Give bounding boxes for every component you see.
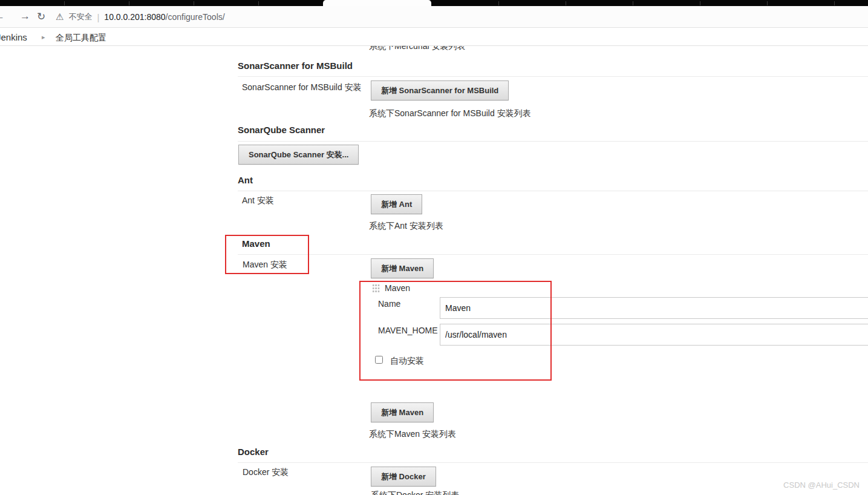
tab-separator <box>258 1 259 5</box>
msbuild-list-text: 系统下SonarScanner for MSBuild 安装列表 <box>369 108 531 119</box>
tab-separator <box>194 1 194 5</box>
section-divider <box>238 141 868 142</box>
breadcrumb: Jenkins ▸ 全局工具配置 <box>0 28 868 46</box>
add-maven-button-top[interactable]: 新增 Maven <box>371 258 434 278</box>
watermark: CSDN @AHui_CSDN <box>783 480 860 490</box>
refresh-icon[interactable]: ↻ <box>37 10 45 23</box>
security-warning-icon[interactable]: ⚠ <box>56 11 64 22</box>
add-msbuild-button[interactable]: 新增 SonarScanner for MSBuild <box>371 80 509 100</box>
tab-separator <box>64 1 65 5</box>
add-docker-button[interactable]: 新增 Docker <box>371 467 436 487</box>
docker-install-label: Docker 安装 <box>243 467 289 478</box>
tab-separator <box>566 1 566 5</box>
breadcrumb-current-page: 全局工具配置 <box>56 33 106 44</box>
url-host: 10.0.0.201:8080 <box>104 12 165 22</box>
auto-install-label: 自动安装 <box>390 356 424 367</box>
maven-name-input[interactable] <box>440 297 868 319</box>
add-maven-button-bottom[interactable]: 新增 Maven <box>371 402 434 422</box>
section-divider <box>238 254 868 255</box>
tab-separator <box>633 1 633 5</box>
drag-handle-icon[interactable] <box>372 284 380 293</box>
docker-list-text: 系统下Docker 安装列表 <box>371 490 459 495</box>
section-divider <box>238 76 868 77</box>
tab-separator <box>498 1 499 5</box>
url-text[interactable]: 10.0.0.201:8080/configureTools/ <box>104 11 224 22</box>
auto-install-checkbox[interactable] <box>375 356 383 364</box>
active-browser-tab[interactable] <box>323 0 431 6</box>
maven-item-title: Maven <box>385 283 410 293</box>
tab-separator <box>767 1 768 5</box>
ant-install-label: Ant 安装 <box>242 195 274 206</box>
sonarqube-install-button[interactable]: SonarQube Scanner 安装... <box>238 145 359 165</box>
back-icon[interactable]: ← <box>0 10 5 22</box>
add-ant-button[interactable]: 新增 Ant <box>371 194 422 214</box>
url-divider: | <box>97 12 99 22</box>
maven-install-label: Maven 安装 <box>243 260 287 270</box>
section-title-ant: Ant <box>238 175 253 185</box>
section-title-docker: Docker <box>238 447 269 457</box>
breadcrumb-jenkins-link[interactable]: Jenkins <box>0 32 27 42</box>
browser-tab-strip <box>0 0 868 6</box>
maven-list-text: 系统下Maven 安装列表 <box>369 429 456 440</box>
section-title-sonarqube: SonarQube Scanner <box>238 125 325 135</box>
section-divider <box>238 462 868 463</box>
maven-home-label: MAVEN_HOME <box>378 326 438 335</box>
forward-icon[interactable]: → <box>20 10 30 22</box>
section-divider <box>238 191 868 191</box>
breadcrumb-arrow-icon: ▸ <box>42 33 45 41</box>
maven-name-label: Name <box>378 299 400 309</box>
section-title-msbuild: SonarScanner for MSBuild <box>238 61 353 71</box>
ant-list-text: 系统下Ant 安装列表 <box>369 221 443 232</box>
tab-separator <box>834 1 835 5</box>
tab-separator <box>129 1 129 5</box>
section-title-maven: Maven <box>242 238 270 249</box>
maven-home-input[interactable] <box>440 324 868 346</box>
tab-separator <box>700 1 700 5</box>
msbuild-install-label: SonarScanner for MSBuild 安装 <box>242 82 362 93</box>
url-path: /configureTools/ <box>166 12 225 22</box>
browser-toolbar: ← → ↻ ⚠ 不安全 | 10.0.0.201:8080/configureT… <box>0 6 868 28</box>
url-bar[interactable]: ⚠ 不安全 | 10.0.0.201:8080/configureTools/ <box>56 8 225 25</box>
security-label: 不安全 <box>68 11 92 22</box>
